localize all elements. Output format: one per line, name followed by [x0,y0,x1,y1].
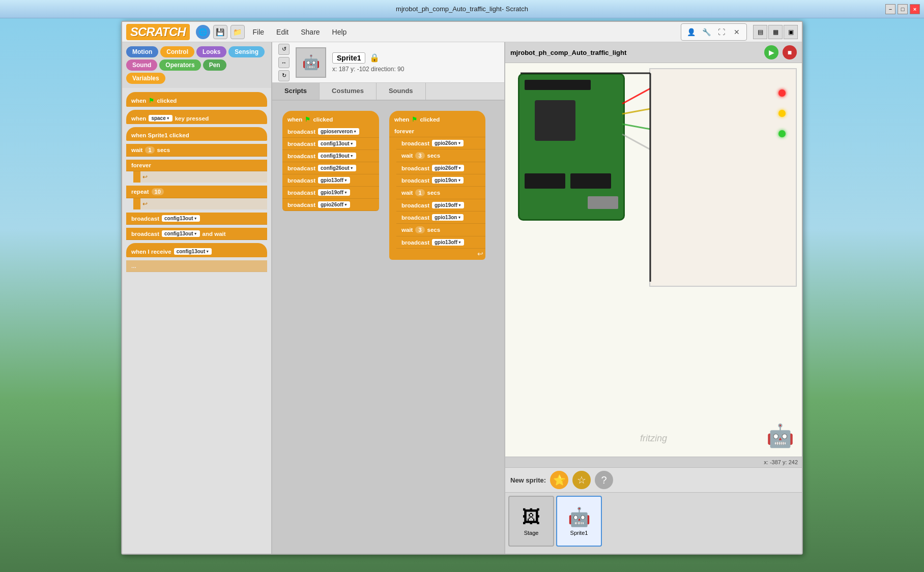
block-broadcast-wait[interactable]: broadcast config13out and wait [126,228,267,240]
tab-scripts[interactable]: Scripts [272,83,320,100]
flip-icon[interactable]: ↔ [278,57,290,68]
s2-hat[interactable]: when ⚑ clicked [389,111,485,126]
s2-flag: ⚑ [412,116,417,123]
person-icon[interactable]: 👤 [684,25,698,39]
view-large-icon[interactable]: ▣ [784,25,798,39]
s2-b2[interactable]: wait 3 secs [396,149,485,162]
s2-dd9[interactable]: gpio13off [432,239,464,246]
rotate-left-icon[interactable]: ↺ [278,44,290,55]
green-flag-button[interactable]: ▶ [764,45,778,59]
s1-dd1[interactable]: gpioserveron [318,128,359,135]
category-variables[interactable]: Variables [126,73,165,84]
upload-sprite-button[interactable]: ? [595,471,613,489]
category-operators[interactable]: Operators [159,59,200,71]
category-sound[interactable]: Sound [126,59,157,71]
broadcast-dropdown2[interactable]: config13out [162,230,200,237]
s2-b4[interactable]: broadcast gpio19on [396,174,485,187]
maximize-button[interactable]: □ [898,4,908,14]
view-medium-icon[interactable]: ▦ [768,25,783,39]
wrench-icon[interactable]: 🔧 [700,25,713,39]
tabs-row: Scripts Costumes Sounds [272,83,504,101]
s1-b2[interactable]: broadcast config13out [282,138,379,150]
save-icon[interactable]: 💾 [213,25,227,39]
help-menu[interactable]: Help [327,26,352,38]
paint-sprite-button[interactable]: ⭐ [550,471,568,489]
close-button[interactable]: × [910,4,920,14]
s2-b5[interactable]: wait 1 secs [396,187,485,199]
s1-dd3[interactable]: config19out [318,153,356,159]
s2-forever[interactable]: forever [389,126,485,137]
stage-bg: 🤖 fritzing [505,63,802,457]
category-looks[interactable]: Looks [196,46,226,57]
sprite-item-sprite1[interactable]: 🤖 Sprite1 [556,496,602,547]
s2-b3[interactable]: broadcast gpio26off [396,162,485,174]
led-red [778,89,786,97]
sprite-item-stage[interactable]: 🖼 Stage [508,496,554,547]
sprite-name-row: Sprite1 🔒 [332,52,498,64]
category-sensing[interactable]: Sensing [228,46,265,57]
block-when-key[interactable]: when space key pressed [126,110,267,124]
block-wait[interactable]: wait 1 secs [126,144,267,157]
share-icon[interactable]: 📁 [230,25,245,39]
file-menu[interactable]: File [248,26,270,38]
s1-b5[interactable]: broadcast gpio13off [282,174,379,187]
random-sprite-button[interactable]: ☆ [572,471,591,489]
block-repeat[interactable]: repeat 10 [126,186,267,198]
s1-hat[interactable]: when ⚑ clicked [282,111,379,126]
block-list: when ⚑ clicked when space key pressed wh… [122,88,271,554]
s2-forever-body: broadcast gpio26on wait 3 secs broadcast… [389,137,485,249]
tab-costumes[interactable]: Costumes [320,83,377,100]
view-small-icon[interactable]: ▤ [753,25,767,39]
s1-b3[interactable]: broadcast config19out [282,150,379,162]
fritzing-label: fritzing [640,433,667,444]
scripts-canvas[interactable]: when ⚑ clicked broadcast gpioserveron br… [272,101,504,554]
s1-b6[interactable]: broadcast gpio19off [282,187,379,199]
s1-dd6[interactable]: gpio19off [318,189,350,196]
blocks-panel: Motion Control Looks Sensing Sound Opera… [122,42,272,554]
share-menu[interactable]: Share [296,26,325,38]
s2-dd7[interactable]: gpio13on [432,214,464,221]
block-when-sprite[interactable]: when Sprite1 clicked [126,127,267,141]
edit-menu[interactable]: Edit [271,26,294,38]
key-dropdown[interactable]: space [149,115,172,122]
s2-b9[interactable]: broadcast gpio13off [396,236,485,249]
category-pen[interactable]: Pen [203,59,226,71]
s1-dd2[interactable]: config13out [318,140,356,147]
window-controls: − □ × [885,4,920,14]
s2-dd1[interactable]: gpio26on [432,140,464,146]
block-partial[interactable]: ... [126,260,267,272]
s1-b1[interactable]: broadcast gpioserveron [282,126,379,138]
breadboard [649,68,797,287]
sprite-name-box[interactable]: Sprite1 [332,52,365,64]
s1-b7[interactable]: broadcast gpio26off [282,199,379,211]
stop-button[interactable]: ■ [783,45,797,59]
block-broadcast1[interactable]: broadcast config13out [126,213,267,225]
receive-dropdown[interactable]: config13out [174,248,212,255]
bb-holes [650,69,796,79]
s1-dd4[interactable]: config26out [318,165,356,171]
s2-b8[interactable]: wait 3 secs [396,224,485,236]
shrink-icon[interactable]: ✕ [730,25,743,39]
globe-icon[interactable]: 🌐 [196,25,210,39]
s2-dd3[interactable]: gpio26off [432,165,464,171]
category-motion[interactable]: Motion [126,46,158,57]
tab-sounds[interactable]: Sounds [377,83,426,100]
s2-dd6[interactable]: gpio19off [432,202,464,208]
s2-b1[interactable]: broadcast gpio26on [396,137,485,149]
svg-line-1 [622,109,650,114]
block-when-receive[interactable]: when I receive config13out [126,243,267,257]
broadcast-dropdown1[interactable]: config13out [162,215,200,222]
category-control[interactable]: Control [160,46,194,57]
block-forever[interactable]: forever [126,160,267,171]
s1-b4[interactable]: broadcast config26out [282,162,379,174]
fullscreen-icon[interactable]: ⛶ [715,25,728,39]
minimize-button[interactable]: − [885,4,896,14]
rotate-right-icon[interactable]: ↻ [278,70,290,81]
menu-bar: SCRATCH 🌐 💾 📁 File Edit Share Help 👤 🔧 ⛶… [122,22,802,42]
s1-dd5[interactable]: gpio13off [318,177,350,184]
s2-b7[interactable]: broadcast gpio13on [396,212,485,224]
s1-dd7[interactable]: gpio26off [318,201,350,208]
s2-b6[interactable]: broadcast gpio19off [396,199,485,212]
block-when-flag[interactable]: when ⚑ clicked [126,92,267,107]
s2-dd4[interactable]: gpio19on [432,177,464,184]
